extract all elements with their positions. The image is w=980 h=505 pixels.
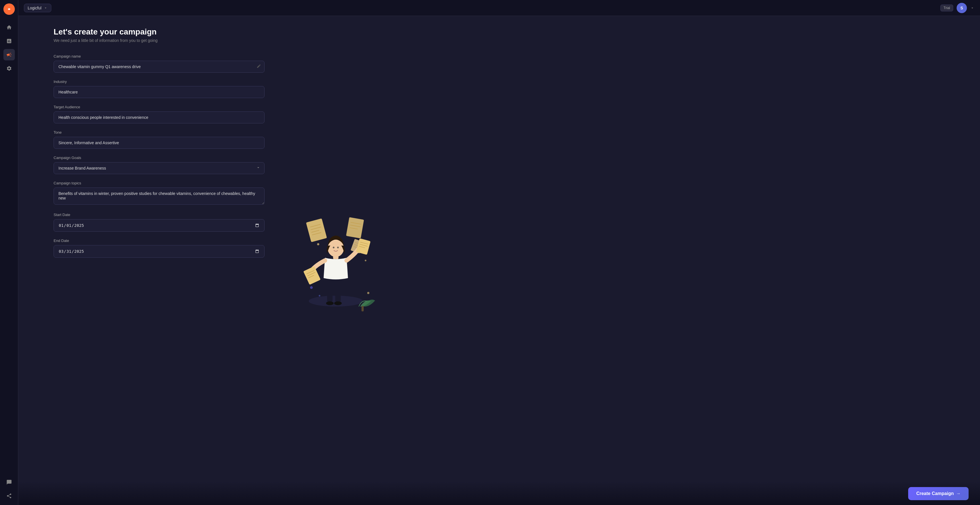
sidebar-item-chat[interactable] bbox=[3, 476, 15, 488]
campaign-name-group: Campaign name bbox=[54, 54, 264, 73]
app-logo[interactable] bbox=[3, 3, 15, 15]
svg-point-34 bbox=[367, 292, 369, 294]
start-date-group: Start Date bbox=[54, 213, 264, 232]
svg-point-29 bbox=[333, 247, 335, 249]
start-date-label: Start Date bbox=[54, 213, 264, 217]
chevron-down-icon bbox=[44, 6, 48, 10]
sidebar-item-campaigns[interactable] bbox=[3, 49, 15, 60]
campaign-goals-group: Campaign Goals Increase Brand Awareness … bbox=[54, 156, 264, 174]
svg-rect-36 bbox=[361, 306, 364, 311]
end-date-group: End Date bbox=[54, 238, 264, 257]
tone-label: Tone bbox=[54, 130, 264, 135]
workspace-selector[interactable]: Logicful bbox=[24, 4, 51, 12]
svg-point-28 bbox=[328, 240, 344, 257]
page-subtitle: We need just a little bit of information… bbox=[54, 38, 264, 43]
campaign-topics-label: Campaign topics bbox=[54, 181, 264, 185]
svg-point-18 bbox=[334, 301, 342, 305]
svg-point-17 bbox=[326, 301, 334, 305]
svg-point-31 bbox=[317, 243, 319, 245]
svg-rect-2 bbox=[306, 218, 327, 242]
industry-group: Industry bbox=[54, 79, 264, 98]
target-audience-input[interactable] bbox=[54, 111, 264, 124]
target-audience-label: Target Audience bbox=[54, 105, 264, 109]
topbar-right: Trial S bbox=[940, 3, 974, 13]
create-campaign-button[interactable]: Create Campaign → bbox=[908, 487, 969, 500]
svg-rect-19 bbox=[303, 266, 321, 285]
illustration-area bbox=[282, 16, 390, 505]
campaign-name-input[interactable] bbox=[54, 61, 264, 73]
campaign-illustration bbox=[293, 206, 379, 314]
workspace-name: Logicful bbox=[28, 6, 41, 10]
campaign-goals-wrapper: Increase Brand Awareness Drive Sales Gen… bbox=[54, 162, 264, 174]
campaign-goals-select[interactable]: Increase Brand Awareness Drive Sales Gen… bbox=[54, 162, 264, 174]
campaign-name-wrapper bbox=[54, 61, 264, 73]
main-content: Let's create your campaign We need just … bbox=[37, 16, 980, 505]
start-date-input[interactable] bbox=[54, 219, 264, 232]
svg-point-33 bbox=[310, 286, 313, 289]
trial-badge: Trial bbox=[940, 5, 953, 11]
sidebar-item-settings[interactable] bbox=[3, 63, 15, 74]
svg-point-32 bbox=[365, 260, 367, 261]
page-title: Let's create your campaign bbox=[54, 27, 264, 37]
campaign-goals-label: Campaign Goals bbox=[54, 156, 264, 160]
campaign-name-label: Campaign name bbox=[54, 54, 264, 59]
user-avatar[interactable]: S bbox=[957, 3, 967, 13]
tone-input[interactable] bbox=[54, 137, 264, 149]
end-date-wrapper bbox=[54, 245, 264, 257]
start-date-wrapper bbox=[54, 219, 264, 232]
create-campaign-arrow-icon: → bbox=[956, 491, 961, 496]
sidebar-bottom bbox=[3, 476, 15, 502]
sidebar-item-home[interactable] bbox=[3, 22, 15, 33]
create-campaign-label: Create Campaign bbox=[916, 491, 954, 496]
topbar: Logicful Trial S bbox=[18, 0, 980, 16]
industry-label: Industry bbox=[54, 79, 264, 84]
campaign-topics-textarea[interactable]: Benefits of vitamins in winter, proven p… bbox=[54, 187, 264, 205]
target-audience-group: Target Audience bbox=[54, 105, 264, 124]
form-area: Let's create your campaign We need just … bbox=[37, 16, 282, 505]
sidebar-item-share[interactable] bbox=[3, 490, 15, 502]
sidebar bbox=[0, 0, 18, 505]
campaign-topics-group: Campaign topics Benefits of vitamins in … bbox=[54, 181, 264, 206]
end-date-input[interactable] bbox=[54, 245, 264, 257]
industry-input[interactable] bbox=[54, 86, 264, 98]
user-menu-chevron-icon bbox=[970, 6, 974, 10]
svg-point-30 bbox=[337, 247, 339, 249]
svg-rect-7 bbox=[346, 217, 364, 238]
svg-point-35 bbox=[319, 295, 320, 297]
tone-group: Tone bbox=[54, 130, 264, 149]
end-date-label: End Date bbox=[54, 238, 264, 243]
bottom-bar: Create Campaign → bbox=[18, 482, 980, 505]
sidebar-item-analytics[interactable] bbox=[3, 35, 15, 47]
